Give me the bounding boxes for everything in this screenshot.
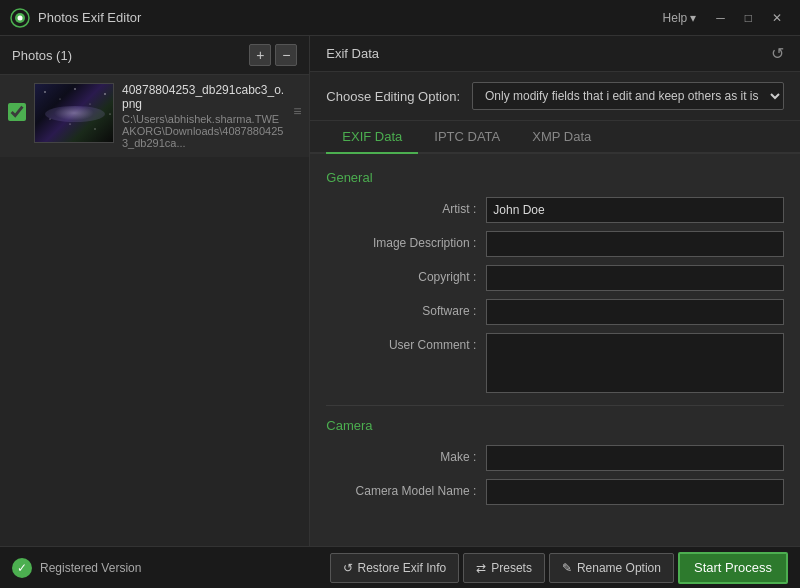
status-left: ✓ Registered Version [12,558,141,578]
photo-filename: 40878804253_db291cabc3_o.png [122,83,285,111]
start-process-button[interactable]: Start Process [678,552,788,584]
exif-header: Exif Data ↺ [310,36,800,72]
software-label: Software : [326,299,486,318]
tabs-bar: EXIF Data IPTC DATA XMP Data [310,121,800,154]
photo-thumbnail [34,83,114,143]
software-row: Software : [326,299,784,325]
svg-point-9 [69,123,70,124]
bottom-actions: ↺ Restore Exif Info ⇄ Presets ✎ Rename O… [330,552,788,584]
photos-header: Photos (1) + − [0,36,309,75]
svg-point-11 [110,114,111,115]
copyright-input[interactable] [486,265,784,291]
photo-scroll-icon: ≡ [293,103,301,119]
general-section-title: General [326,170,784,185]
camera-model-row: Camera Model Name : [326,479,784,505]
editing-option-bar: Choose Editing Option: Only modify field… [310,72,800,121]
camera-model-input[interactable] [486,479,784,505]
photos-actions: + − [249,44,297,66]
editing-option-label: Choose Editing Option: [326,89,460,104]
photo-checkbox[interactable] [8,103,26,121]
presets-icon: ⇄ [476,561,486,575]
close-button[interactable]: ✕ [764,7,790,29]
svg-point-8 [50,119,51,120]
bottom-bar: ✓ Registered Version ↺ Restore Exif Info… [0,546,800,588]
make-label: Make : [326,445,486,464]
user-comment-label: User Comment : [326,333,486,352]
photos-title: Photos (1) [12,48,72,63]
make-row: Make : [326,445,784,471]
registered-icon: ✓ [12,558,32,578]
copyright-label: Copyright : [326,265,486,284]
app-title: Photos Exif Editor [38,10,141,25]
section-divider [326,405,784,406]
add-photo-button[interactable]: + [249,44,271,66]
artist-label: Artist : [326,197,486,216]
make-input[interactable] [486,445,784,471]
editing-option-select[interactable]: Only modify fields that i edit and keep … [472,82,784,110]
camera-model-label: Camera Model Name : [326,479,486,498]
status-text: Registered Version [40,561,141,575]
photo-item[interactable]: 40878804253_db291cabc3_o.png C:\Users\ab… [0,75,309,157]
image-description-input[interactable] [486,231,784,257]
minimize-button[interactable]: ─ [708,7,733,29]
svg-point-12 [45,106,105,122]
svg-point-5 [74,88,75,89]
maximize-button[interactable]: □ [737,7,760,29]
artist-input[interactable] [486,197,784,223]
svg-point-7 [104,93,106,95]
title-bar: Photos Exif Editor Help ▾ ─ □ ✕ [0,0,800,36]
right-panel: Exif Data ↺ Choose Editing Option: Only … [310,36,800,546]
svg-point-6 [89,103,90,104]
tab-iptc-data[interactable]: IPTC DATA [418,121,516,154]
help-button[interactable]: Help ▾ [655,7,705,29]
left-panel: Photos (1) + − [0,36,310,546]
exif-data-title: Exif Data [326,46,379,61]
tab-exif-data[interactable]: EXIF Data [326,121,418,154]
rename-option-icon: ✎ [562,561,572,575]
user-comment-row: User Comment : [326,333,784,393]
remove-photo-button[interactable]: − [275,44,297,66]
form-content: General Artist : Image Description : Cop… [310,154,800,546]
restore-exif-icon: ↺ [343,561,353,575]
image-description-label: Image Description : [326,231,486,250]
photo-info: 40878804253_db291cabc3_o.png C:\Users\ab… [122,83,285,149]
presets-button[interactable]: ⇄ Presets [463,553,545,583]
thumbnail-stars [35,84,113,142]
photo-path: C:\Users\abhishek.sharma.TWEAKORG\Downlo… [122,113,285,149]
svg-point-4 [60,99,61,100]
rename-option-button[interactable]: ✎ Rename Option [549,553,674,583]
copyright-row: Copyright : [326,265,784,291]
title-right: Help ▾ ─ □ ✕ [655,7,790,29]
app-logo-icon [10,8,30,28]
camera-section-title: Camera [326,418,784,433]
svg-point-2 [18,15,23,20]
main-layout: Photos (1) + − [0,36,800,546]
svg-point-3 [44,91,46,93]
svg-point-10 [94,128,95,129]
image-description-row: Image Description : [326,231,784,257]
restore-exif-button[interactable]: ↺ Restore Exif Info [330,553,460,583]
tab-xmp-data[interactable]: XMP Data [516,121,607,154]
title-left: Photos Exif Editor [10,8,141,28]
artist-row: Artist : [326,197,784,223]
refresh-button[interactable]: ↺ [771,44,784,63]
software-input[interactable] [486,299,784,325]
user-comment-input[interactable] [486,333,784,393]
